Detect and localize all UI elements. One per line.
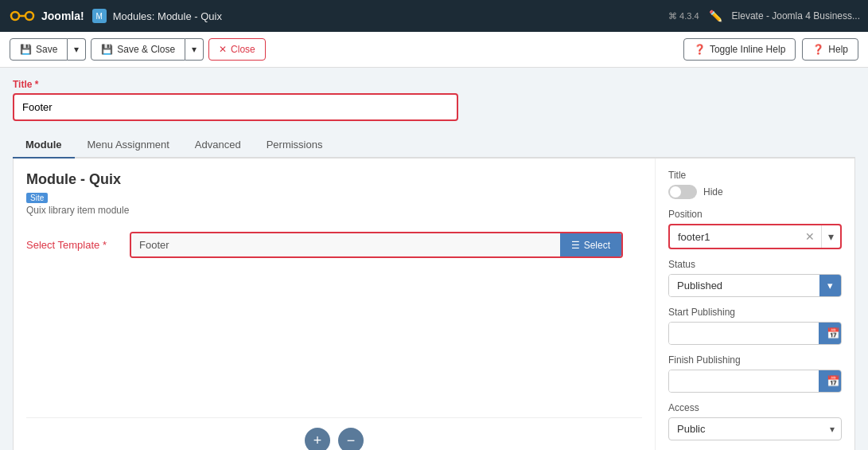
save-label: Save (36, 44, 57, 55)
title-input[interactable] (13, 93, 458, 121)
close-label: Close (231, 44, 255, 55)
module-description: Quix library item module (26, 205, 642, 216)
title-rp-label: Title (668, 170, 842, 181)
required-marker: * (35, 79, 39, 90)
finish-publishing-field: 📅 (668, 370, 842, 393)
title-toggle[interactable] (668, 185, 697, 199)
finish-publishing-label: Finish Publishing (668, 354, 842, 366)
access-label: Access (668, 402, 842, 413)
status-dropdown-button[interactable]: ▾ (819, 275, 841, 296)
brand-name: Joomla! (41, 10, 84, 22)
page-title: Modules: Module - Quix (113, 10, 222, 22)
position-clear-button[interactable]: ✕ (799, 225, 821, 248)
site-badge: Site (26, 193, 48, 203)
position-field: footer1 ✕ ▾ (668, 224, 842, 249)
tab-module[interactable]: Module (13, 132, 75, 158)
title-field-label: Title (13, 79, 32, 90)
edit-icon: ✏️ (709, 10, 722, 22)
template-input[interactable] (131, 233, 560, 256)
status-label: Status (668, 259, 842, 270)
start-publishing-calendar-button[interactable]: 📅 (819, 323, 842, 344)
help-label: Help (828, 44, 848, 55)
status-value: Published (669, 275, 819, 296)
access-dropdown-button[interactable]: ▾ (823, 419, 841, 440)
save-icon: 💾 (20, 44, 32, 55)
close-icon: ✕ (219, 44, 227, 55)
save-dropdown-button[interactable]: ▾ (68, 38, 86, 61)
finish-publishing-input[interactable] (669, 370, 819, 392)
remove-button[interactable]: − (338, 428, 364, 450)
module-title: Module - Quix (26, 171, 642, 188)
select-template-label: Select Template * (26, 239, 122, 251)
start-publishing-label: Start Publishing (668, 307, 842, 318)
question-icon: ❓ (812, 44, 824, 55)
access-field: Public ▾ (668, 417, 842, 440)
hide-label: Hide (703, 186, 723, 198)
finish-publishing-calendar-button[interactable]: 📅 (819, 370, 842, 392)
close-button[interactable]: ✕ Close (208, 38, 266, 61)
user-label: Elevate - Joomla 4 Business... (732, 10, 860, 22)
list-icon: ☰ (571, 240, 580, 251)
position-dropdown-button[interactable]: ▾ (821, 225, 840, 248)
save-button[interactable]: 💾 Save (10, 38, 68, 61)
position-value: footer1 (670, 226, 799, 248)
save-close-dropdown-button[interactable]: ▾ (185, 38, 204, 61)
select-template-button[interactable]: ☰ Select (560, 233, 621, 256)
start-publishing-field: 📅 (668, 322, 842, 345)
status-field: Published ▾ (668, 274, 842, 297)
module-icon: M (92, 9, 107, 23)
save-close-button[interactable]: 💾 Save & Close (91, 38, 185, 61)
position-label: Position (668, 209, 842, 220)
add-button[interactable]: + (305, 428, 330, 450)
save-close-label: Save & Close (117, 44, 175, 55)
access-value: Public (669, 418, 823, 440)
start-publishing-input[interactable] (669, 323, 819, 344)
help-circle-icon: ❓ (694, 44, 706, 55)
toggle-inline-help-label: Toggle Inline Help (710, 44, 785, 55)
tab-advanced[interactable]: Advanced (182, 132, 254, 158)
tab-menu-assignment[interactable]: Menu Assignment (75, 132, 182, 158)
save-close-icon: 💾 (101, 44, 113, 55)
toggle-inline-help-button[interactable]: ❓ Toggle Inline Help (683, 38, 796, 61)
help-button[interactable]: ❓ Help (802, 38, 858, 61)
version-badge: ⌘ 4.3.4 (668, 11, 699, 22)
tab-permissions[interactable]: Permissions (254, 132, 336, 158)
select-btn-label: Select (584, 240, 610, 251)
